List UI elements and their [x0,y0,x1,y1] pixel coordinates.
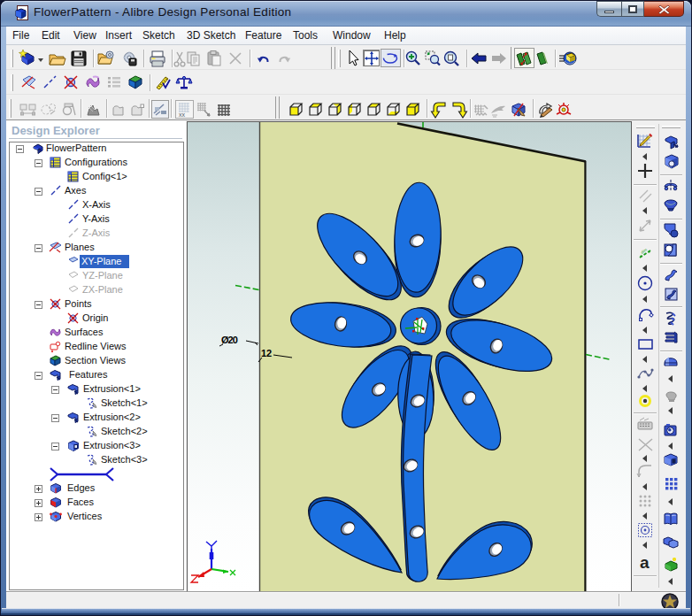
svg-text:12: 12 [261,348,272,358]
svg-text:Ø20: Ø20 [221,335,238,345]
